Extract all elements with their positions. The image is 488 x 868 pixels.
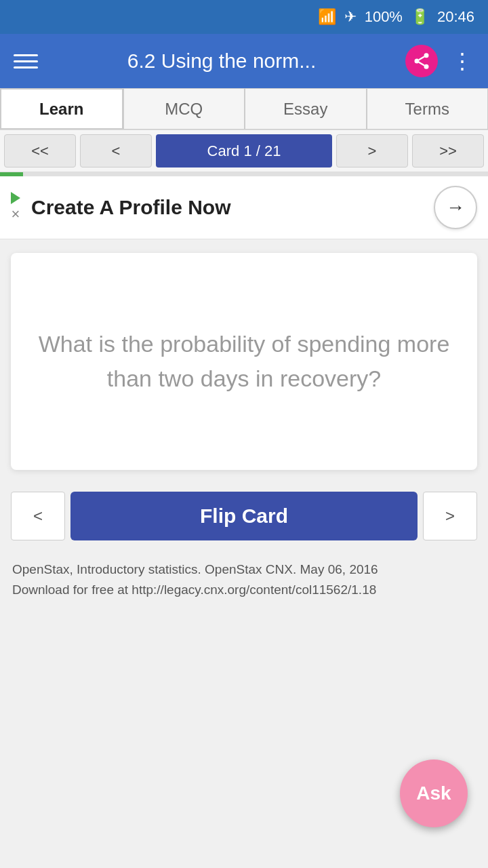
tab-terms[interactable]: Terms (367, 88, 489, 130)
airplane-icon: ✈ (344, 8, 357, 26)
ask-fab-button[interactable]: Ask (400, 760, 468, 827)
prev-card-btn[interactable]: < (11, 492, 65, 540)
ad-banner: × Create A Profile Now → (0, 176, 488, 239)
wifi-icon: 📶 (318, 8, 336, 26)
ad-play-icon: × (11, 192, 20, 223)
status-bar: 📶 ✈ 100% 🔋 20:46 (0, 0, 488, 34)
card-question: What is the probability of spending more… (31, 327, 457, 396)
next-card-button[interactable]: > (336, 134, 408, 167)
card-counter[interactable]: Card 1 / 21 (156, 134, 332, 167)
battery-percent: 100% (365, 8, 403, 26)
ad-close-button[interactable]: × (12, 205, 20, 223)
svg-line-4 (419, 57, 424, 60)
tab-essay[interactable]: Essay (245, 88, 367, 130)
more-button[interactable]: ⋮ (451, 48, 474, 74)
svg-point-1 (415, 59, 420, 64)
svg-point-0 (424, 53, 429, 58)
app-bar: 6.2 Using the norm... ⋮ (0, 34, 488, 88)
menu-button[interactable] (14, 54, 38, 68)
attribution-text: OpenStax, Introductory statistics. OpenS… (0, 549, 488, 612)
tab-bar: Learn MCQ Essay Terms (0, 88, 488, 130)
ad-text: Create A Profile Now (31, 196, 423, 219)
battery-icon: 🔋 (411, 8, 429, 26)
flip-card-button[interactable]: Flip Card (70, 492, 418, 540)
app-title: 6.2 Using the norm... (52, 50, 392, 73)
share-icon (412, 52, 431, 71)
tab-mcq[interactable]: MCQ (123, 88, 245, 130)
svg-line-3 (419, 62, 424, 66)
next-card-btn[interactable]: > (423, 492, 477, 540)
share-button[interactable] (405, 45, 438, 77)
last-card-button[interactable]: >> (412, 134, 484, 167)
tab-learn[interactable]: Learn (0, 88, 123, 130)
first-card-button[interactable]: << (4, 134, 76, 167)
svg-point-2 (424, 64, 429, 69)
ad-cta-button[interactable]: → (434, 186, 477, 229)
flashcard: What is the probability of spending more… (11, 253, 477, 470)
card-navigation: << < Card 1 / 21 > >> (0, 130, 488, 172)
time-display: 20:46 (437, 8, 474, 26)
prev-card-button[interactable]: < (80, 134, 152, 167)
card-controls: < Flip Card > (0, 484, 488, 549)
card-area: What is the probability of spending more… (0, 239, 488, 484)
